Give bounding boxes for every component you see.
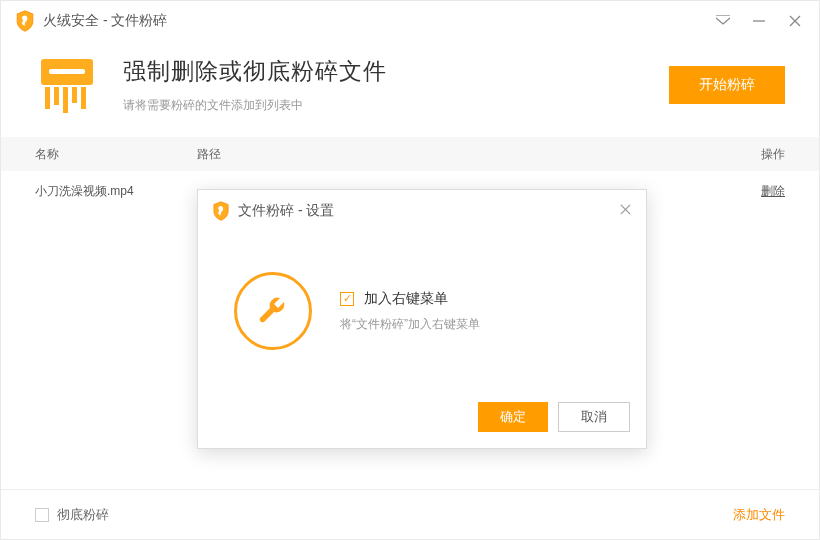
wrench-icon [234, 272, 312, 350]
svg-rect-8 [63, 87, 68, 113]
menu-icon[interactable] [715, 13, 731, 29]
close-icon[interactable] [787, 13, 803, 29]
option-block: ✓ 加入右键菜单 将“文件粉碎”加入右键菜单 [340, 290, 480, 333]
dialog-body: ✓ 加入右键菜单 将“文件粉碎”加入右键菜单 [198, 232, 646, 390]
table-header: 名称 路径 操作 [1, 137, 819, 171]
file-name-cell: 小刀洗澡视频.mp4 [35, 183, 197, 200]
page-title: 强制删除或彻底粉碎文件 [123, 56, 645, 87]
svg-rect-9 [72, 87, 77, 103]
header: 强制删除或彻底粉碎文件 请将需要粉碎的文件添加到列表中 开始粉碎 [1, 41, 819, 137]
page-subtitle: 请将需要粉碎的文件添加到列表中 [123, 97, 645, 114]
start-shred-button[interactable]: 开始粉碎 [669, 66, 785, 104]
dialog-title-left: 文件粉碎 - 设置 [212, 201, 334, 221]
col-header-op: 操作 [725, 146, 785, 163]
dialog-titlebar: 文件粉碎 - 设置 [198, 190, 646, 232]
settings-dialog: 文件粉碎 - 设置 ✓ 加入右键菜单 将“文件粉碎”加入右键菜单 确定 取消 [197, 189, 647, 449]
close-icon[interactable] [619, 202, 632, 220]
minimize-icon[interactable] [751, 13, 767, 29]
footer-left: 彻底粉碎 [35, 506, 109, 524]
app-title: 火绒安全 - 文件粉碎 [43, 12, 167, 30]
shredder-icon [35, 55, 99, 115]
titlebar: 火绒安全 - 文件粉碎 [1, 1, 819, 41]
dialog-footer: 确定 取消 [198, 390, 646, 448]
svg-rect-5 [49, 69, 85, 74]
header-text: 强制删除或彻底粉碎文件 请将需要粉碎的文件添加到列表中 [123, 56, 645, 114]
cancel-button[interactable]: 取消 [558, 402, 630, 432]
delete-link[interactable]: 删除 [761, 184, 785, 198]
ok-button[interactable]: 确定 [478, 402, 548, 432]
option-desc: 将“文件粉碎”加入右键菜单 [340, 316, 480, 333]
thorough-label: 彻底粉碎 [57, 506, 109, 524]
window-controls [715, 13, 803, 29]
svg-rect-6 [45, 87, 50, 109]
svg-rect-10 [81, 87, 86, 109]
shield-icon [212, 201, 230, 221]
option-label: 加入右键菜单 [364, 290, 448, 308]
col-header-name: 名称 [35, 146, 197, 163]
dialog-title: 文件粉碎 - 设置 [238, 202, 334, 220]
footer: 彻底粉碎 添加文件 [1, 489, 819, 539]
col-header-path: 路径 [197, 146, 725, 163]
thorough-checkbox[interactable] [35, 508, 49, 522]
context-menu-checkbox[interactable]: ✓ [340, 292, 354, 306]
add-file-link[interactable]: 添加文件 [733, 506, 785, 524]
option-row: ✓ 加入右键菜单 [340, 290, 480, 308]
title-left: 火绒安全 - 文件粉碎 [15, 10, 167, 32]
svg-rect-7 [54, 87, 59, 105]
shield-icon [15, 10, 35, 32]
